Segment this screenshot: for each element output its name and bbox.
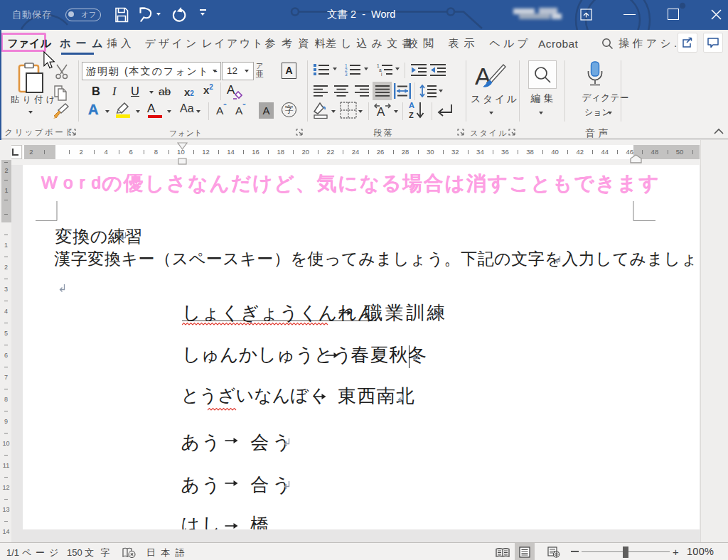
- svg-text:Z: Z: [409, 111, 414, 119]
- svg-text:i: i: [381, 72, 382, 76]
- svg-text:A: A: [409, 101, 414, 109]
- svg-text:A: A: [377, 105, 385, 119]
- svg-text:3: 3: [345, 72, 348, 76]
